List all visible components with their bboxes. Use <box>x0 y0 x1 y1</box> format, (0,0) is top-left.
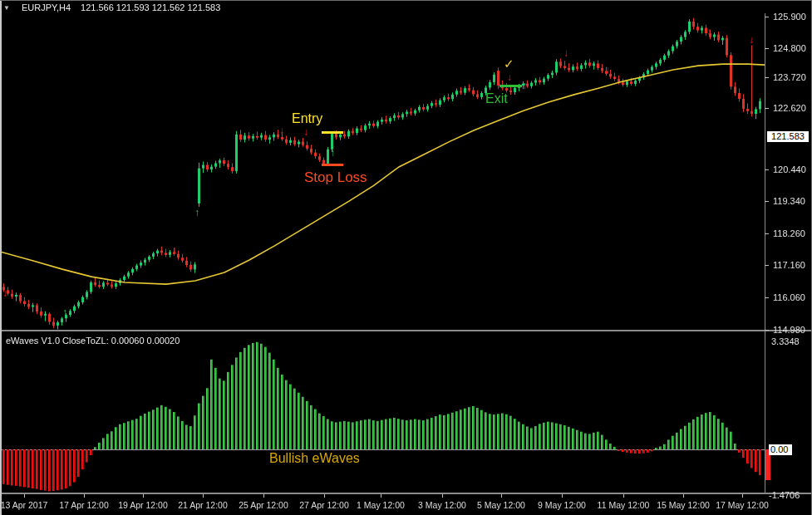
entry-line <box>322 131 343 134</box>
down-arrow-icon: ↓ <box>563 48 568 58</box>
down-arrow-icon: ↓ <box>17 293 22 303</box>
current-price-box: 121.583 <box>767 131 809 142</box>
stop-loss-label: Stop Loss <box>304 169 367 186</box>
down-arrow-icon: ↓ <box>303 127 308 137</box>
check-icon: ✓ <box>504 56 514 71</box>
price-tick <box>765 108 769 109</box>
time-axis-divider <box>0 493 812 494</box>
indicator-min-label: -1.4706 <box>769 490 800 500</box>
time-axis-label: 21 Apr 12:00 <box>178 500 228 510</box>
down-arrow-icon: ↓ <box>749 35 754 45</box>
time-tick <box>742 494 743 498</box>
price-axis-label: 117.160 <box>773 260 805 270</box>
indicator-max-label: 3.3348 <box>771 336 800 346</box>
indicator-pane-divider[interactable] <box>0 330 812 331</box>
symbol-period-label: EURJPY,H4 <box>22 2 71 12</box>
price-axis-label: 119.340 <box>773 196 805 206</box>
price-tick <box>765 297 769 298</box>
price-axis-label: 125.900 <box>773 12 806 22</box>
exit-line <box>500 85 522 87</box>
time-axis-label: 9 May 12:00 <box>538 500 586 510</box>
down-arrow-icon: ↓ <box>279 125 284 135</box>
time-axis-label: 27 Apr 12:00 <box>299 500 349 510</box>
time-tick <box>143 494 144 498</box>
price-tick <box>765 17 769 17</box>
time-tick <box>24 494 25 498</box>
time-tick <box>324 494 325 498</box>
time-tick <box>442 494 443 498</box>
price-chart-canvas[interactable] <box>0 1 812 515</box>
bullish-ewaves-label: Bullish eWaves <box>269 451 360 466</box>
indicator-zero-box: 0.00 <box>769 444 792 455</box>
up-arrow-icon: ↑ <box>194 208 199 218</box>
window-frame-left <box>0 1 2 515</box>
price-axis-label: 124.800 <box>773 43 806 53</box>
time-axis-label: 13 Apr 2017 <box>1 500 48 510</box>
down-arrow-icon: ↓ <box>2 288 7 298</box>
price-tick <box>765 233 769 234</box>
entry-label: Entry <box>292 111 322 126</box>
time-axis-label: 19 Apr 12:00 <box>118 500 168 510</box>
time-axis-label: 15 May 12:00 <box>657 500 710 510</box>
price-axis-label: 114.980 <box>773 325 805 335</box>
down-arrow-icon: ↓ <box>507 72 512 82</box>
indicator-title: eWaves V1.0 CloseToZL: 0.00060 0.00020 <box>6 336 180 346</box>
time-tick <box>562 494 563 498</box>
up-arrow-icon: ↑ <box>330 148 335 158</box>
time-axis-label: 1 May 12:00 <box>357 500 405 510</box>
time-tick <box>84 494 85 498</box>
stop-loss-line <box>322 164 343 166</box>
time-axis-label: 17 Apr 12:00 <box>59 500 109 510</box>
chart-title-bar: ▼ EURJPY,H4 121.566 121.593 121.562 121.… <box>3 2 220 13</box>
down-arrow-icon: ↓ <box>172 245 177 255</box>
time-tick <box>683 494 684 498</box>
time-tick <box>263 494 264 498</box>
down-arrow-icon: ↓ <box>605 65 610 75</box>
time-tick <box>381 494 381 498</box>
price-axis-label: 123.720 <box>773 72 806 82</box>
down-arrow-icon: ↓ <box>706 27 711 37</box>
up-arrow-icon: ↑ <box>62 307 67 317</box>
price-axis-label: 118.260 <box>773 228 805 238</box>
up-arrow-icon: ↑ <box>522 81 527 91</box>
price-axis-label: 120.440 <box>773 164 806 174</box>
price-tick <box>765 201 769 202</box>
time-axis-label: 25 Apr 12:00 <box>239 500 288 510</box>
price-tick <box>765 330 769 331</box>
ohlc-values: 121.566 121.593 121.562 121.583 <box>81 2 220 12</box>
price-tick <box>765 77 769 78</box>
price-axis-border <box>765 13 765 494</box>
time-axis-label: 5 May 12:00 <box>477 500 525 510</box>
price-axis-label: 122.620 <box>773 103 806 113</box>
symbol-dropdown-icon[interactable]: ▼ <box>3 4 10 12</box>
time-axis-label: 17 May 12:00 <box>716 500 769 510</box>
time-axis-label: 11 May 12:00 <box>598 500 650 510</box>
price-tick <box>765 265 769 266</box>
price-axis-label: 116.060 <box>773 292 805 302</box>
price-tick <box>765 48 769 49</box>
price-tick <box>765 169 769 170</box>
time-tick <box>623 494 624 498</box>
time-axis-label: 3 May 12:00 <box>418 500 466 510</box>
time-tick <box>501 494 502 498</box>
exit-label: Exit <box>485 91 508 106</box>
mt4-chart-window: ▼ EURJPY,H4 121.566 121.593 121.562 121.… <box>0 0 812 515</box>
time-tick <box>203 494 204 498</box>
